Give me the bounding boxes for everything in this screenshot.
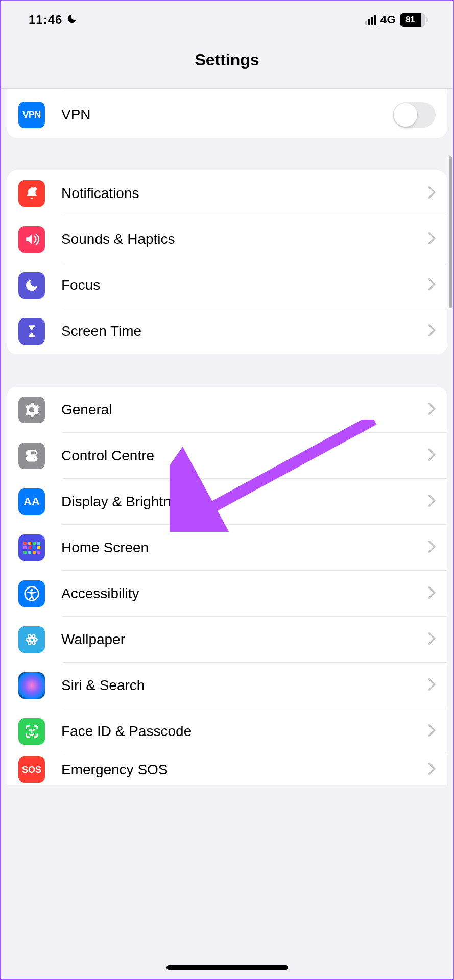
status-time: 11:46 <box>29 13 62 27</box>
row-label: Accessibility <box>61 585 427 602</box>
svg-point-4 <box>33 457 36 460</box>
row-face-id-passcode[interactable]: Face ID & Passcode <box>7 708 447 754</box>
nav-header: Settings <box>1 32 453 89</box>
display-icon-text: AA <box>23 495 40 508</box>
chevron-right-icon <box>427 278 436 293</box>
chevron-right-icon <box>427 402 436 418</box>
screen-time-icon <box>18 318 45 345</box>
chevron-right-icon <box>427 494 436 509</box>
status-right: 4G 81 <box>365 13 425 27</box>
chevron-right-icon <box>427 678 436 693</box>
row-label: Wallpaper <box>61 631 427 648</box>
control-centre-icon <box>18 443 45 469</box>
row-display-brightness[interactable]: AA Display & Brightness <box>7 479 447 525</box>
chevron-right-icon <box>427 540 436 555</box>
vpn-toggle[interactable] <box>393 102 436 128</box>
chevron-right-icon <box>427 448 436 463</box>
sos-icon: SOS <box>18 756 45 783</box>
svg-point-0 <box>33 187 37 191</box>
network-type: 4G <box>380 13 396 27</box>
row-label: Display & Brightness <box>61 494 427 510</box>
row-label: Focus <box>61 277 427 293</box>
scrollbar[interactable] <box>449 156 452 308</box>
row-focus[interactable]: Focus <box>7 262 447 308</box>
row-label: Emergency SOS <box>61 762 427 778</box>
cellular-signal-icon <box>365 15 376 25</box>
settings-list[interactable]: VPN VPN Notifications Sounds & Haptics <box>1 89 453 785</box>
row-label: Screen Time <box>61 323 427 339</box>
status-bar: 11:46 4G 81 <box>1 1 453 32</box>
svg-point-12 <box>29 730 30 730</box>
svg-point-2 <box>28 452 31 454</box>
chevron-right-icon <box>427 186 436 201</box>
row-label: VPN <box>61 107 393 123</box>
sos-icon-text: SOS <box>22 765 41 775</box>
row-siri-search[interactable]: Siri & Search <box>7 663 447 708</box>
row-emergency-sos[interactable]: SOS Emergency SOS <box>7 754 447 785</box>
chevron-right-icon <box>427 324 436 339</box>
device-frame: 11:46 4G 81 Settings VPN <box>0 0 454 980</box>
row-sounds-haptics[interactable]: Sounds & Haptics <box>7 216 447 262</box>
row-control-centre[interactable]: Control Centre <box>7 433 447 479</box>
settings-group-connectivity: VPN VPN <box>7 89 447 138</box>
focus-icon <box>18 272 45 299</box>
home-screen-icon <box>18 534 45 561</box>
chevron-right-icon <box>427 232 436 247</box>
settings-group-notifications: Notifications Sounds & Haptics Focus <box>7 170 447 354</box>
svg-point-13 <box>33 730 34 730</box>
do-not-disturb-icon <box>66 13 78 27</box>
row-label: General <box>61 402 427 418</box>
battery-level: 81 <box>400 13 421 27</box>
row-label: Face ID & Passcode <box>61 723 427 740</box>
row-general[interactable]: General <box>7 387 447 433</box>
page-title: Settings <box>195 51 259 69</box>
vpn-icon: VPN <box>18 102 45 128</box>
row-label: Control Centre <box>61 448 427 464</box>
status-left: 11:46 <box>29 13 78 27</box>
notifications-icon <box>18 180 45 207</box>
row-label: Home Screen <box>61 540 427 556</box>
svg-point-6 <box>31 589 33 592</box>
chevron-right-icon <box>427 586 436 601</box>
row-notifications[interactable]: Notifications <box>7 170 447 216</box>
battery-icon: 81 <box>400 13 425 27</box>
vpn-icon-text: VPN <box>22 110 41 120</box>
row-label: Siri & Search <box>61 677 427 694</box>
row-home-screen[interactable]: Home Screen <box>7 525 447 571</box>
wallpaper-icon <box>18 626 45 653</box>
row-label: Notifications <box>61 185 427 202</box>
row-screen-time[interactable]: Screen Time <box>7 308 447 354</box>
row-label: Sounds & Haptics <box>61 231 427 248</box>
chevron-right-icon <box>427 762 436 777</box>
accessibility-icon <box>18 580 45 607</box>
chevron-right-icon <box>427 632 436 647</box>
home-indicator[interactable] <box>166 965 288 970</box>
row-vpn[interactable]: VPN VPN <box>7 92 447 138</box>
chevron-right-icon <box>427 724 436 739</box>
svg-point-9 <box>26 638 37 642</box>
row-wallpaper[interactable]: Wallpaper <box>7 617 447 663</box>
row-accessibility[interactable]: Accessibility <box>7 571 447 617</box>
general-icon <box>18 397 45 423</box>
face-id-icon <box>18 718 45 745</box>
sounds-icon <box>18 226 45 253</box>
display-icon: AA <box>18 488 45 515</box>
settings-group-general: General Control Centre AA Display & Brig… <box>7 387 447 785</box>
siri-icon <box>18 672 45 699</box>
